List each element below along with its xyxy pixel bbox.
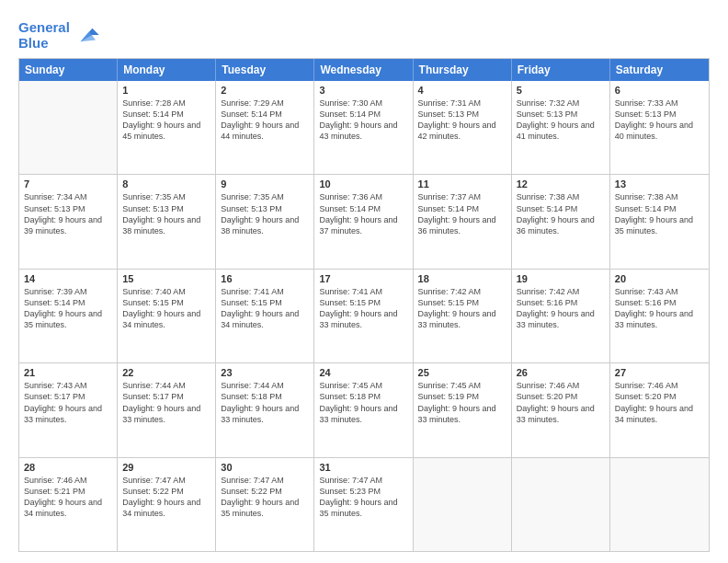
day-number: 31: [319, 462, 407, 473]
cell-info: Sunrise: 7:44 AMSunset: 5:17 PMDaylight:…: [122, 380, 210, 425]
calendar-cell: 4Sunrise: 7:31 AMSunset: 5:13 PMDaylight…: [414, 81, 512, 174]
cell-info: Sunrise: 7:43 AMSunset: 5:17 PMDaylight:…: [24, 380, 112, 425]
header-day-saturday: Saturday: [610, 59, 709, 81]
cell-info: Sunrise: 7:36 AMSunset: 5:14 PMDaylight:…: [319, 191, 407, 236]
day-number: 25: [418, 367, 506, 378]
cell-info: Sunrise: 7:29 AMSunset: 5:14 PMDaylight:…: [221, 98, 309, 143]
cell-info: Sunrise: 7:45 AMSunset: 5:18 PMDaylight:…: [319, 380, 407, 425]
cell-info: Sunrise: 7:39 AMSunset: 5:14 PMDaylight:…: [24, 286, 112, 331]
logo-icon: [74, 25, 99, 45]
day-number: 6: [615, 85, 704, 96]
calendar-cell: 5Sunrise: 7:32 AMSunset: 5:13 PMDaylight…: [512, 81, 610, 174]
calendar-cell: 25Sunrise: 7:45 AMSunset: 5:19 PMDayligh…: [414, 363, 512, 456]
calendar-row-2: 7Sunrise: 7:34 AMSunset: 5:13 PMDaylight…: [19, 175, 709, 269]
day-number: 23: [221, 367, 309, 378]
calendar-cell: 3Sunrise: 7:30 AMSunset: 5:14 PMDaylight…: [314, 81, 413, 174]
logo: General Blue: [18, 20, 99, 51]
cell-info: Sunrise: 7:41 AMSunset: 5:15 PMDaylight:…: [319, 286, 407, 331]
header: General Blue: [18, 17, 710, 51]
calendar-cell: 10Sunrise: 7:36 AMSunset: 5:14 PMDayligh…: [314, 175, 413, 268]
calendar-row-5: 28Sunrise: 7:46 AMSunset: 5:21 PMDayligh…: [19, 458, 709, 551]
day-number: 12: [517, 178, 605, 190]
header-day-sunday: Sunday: [19, 59, 118, 81]
calendar-cell: 27Sunrise: 7:46 AMSunset: 5:20 PMDayligh…: [610, 363, 709, 456]
calendar-cell: 7Sunrise: 7:34 AMSunset: 5:13 PMDaylight…: [19, 175, 118, 268]
cell-info: Sunrise: 7:45 AMSunset: 5:19 PMDaylight:…: [418, 380, 506, 425]
calendar-cell: 17Sunrise: 7:41 AMSunset: 5:15 PMDayligh…: [314, 270, 413, 362]
day-number: 1: [122, 85, 210, 96]
day-number: 11: [418, 178, 506, 190]
day-number: 2: [221, 85, 309, 96]
day-number: 22: [122, 367, 210, 378]
cell-info: Sunrise: 7:33 AMSunset: 5:13 PMDaylight:…: [615, 98, 704, 143]
day-number: 18: [418, 273, 506, 284]
calendar-cell: 8Sunrise: 7:35 AMSunset: 5:13 PMDaylight…: [118, 175, 216, 268]
calendar-cell: 23Sunrise: 7:44 AMSunset: 5:18 PMDayligh…: [216, 363, 314, 456]
day-number: 24: [319, 367, 407, 378]
cell-info: Sunrise: 7:35 AMSunset: 5:13 PMDaylight:…: [122, 191, 210, 236]
day-number: 30: [221, 462, 309, 473]
day-number: 5: [517, 85, 605, 96]
calendar-cell: 6Sunrise: 7:33 AMSunset: 5:13 PMDaylight…: [610, 81, 709, 174]
header-day-wednesday: Wednesday: [314, 59, 413, 81]
calendar-cell: 18Sunrise: 7:42 AMSunset: 5:15 PMDayligh…: [414, 270, 512, 362]
day-number: 17: [319, 273, 407, 284]
calendar-cell: 29Sunrise: 7:47 AMSunset: 5:22 PMDayligh…: [118, 458, 216, 551]
cell-info: Sunrise: 7:44 AMSunset: 5:18 PMDaylight:…: [221, 380, 309, 425]
day-number: 20: [615, 273, 704, 284]
calendar-cell: 2Sunrise: 7:29 AMSunset: 5:14 PMDaylight…: [216, 81, 314, 174]
cell-info: Sunrise: 7:46 AMSunset: 5:21 PMDaylight:…: [24, 475, 112, 520]
day-number: 28: [24, 462, 112, 473]
calendar-body: 1Sunrise: 7:28 AMSunset: 5:14 PMDaylight…: [19, 81, 709, 551]
day-number: 10: [319, 178, 407, 190]
day-number: 27: [615, 367, 704, 378]
cell-info: Sunrise: 7:43 AMSunset: 5:16 PMDaylight:…: [615, 286, 704, 331]
calendar-row-4: 21Sunrise: 7:43 AMSunset: 5:17 PMDayligh…: [19, 363, 709, 457]
calendar-row-3: 14Sunrise: 7:39 AMSunset: 5:14 PMDayligh…: [19, 270, 709, 363]
calendar-cell: 28Sunrise: 7:46 AMSunset: 5:21 PMDayligh…: [19, 458, 118, 551]
header-day-friday: Friday: [512, 59, 610, 81]
cell-info: Sunrise: 7:30 AMSunset: 5:14 PMDaylight:…: [319, 98, 407, 143]
calendar-cell: [610, 458, 709, 551]
cell-info: Sunrise: 7:46 AMSunset: 5:20 PMDaylight:…: [615, 380, 704, 425]
calendar-cell: 14Sunrise: 7:39 AMSunset: 5:14 PMDayligh…: [19, 270, 118, 362]
cell-info: Sunrise: 7:47 AMSunset: 5:22 PMDaylight:…: [122, 475, 210, 520]
cell-info: Sunrise: 7:47 AMSunset: 5:23 PMDaylight:…: [319, 475, 407, 520]
calendar-cell: 31Sunrise: 7:47 AMSunset: 5:23 PMDayligh…: [314, 458, 413, 551]
day-number: 4: [418, 85, 506, 96]
calendar-cell: 24Sunrise: 7:45 AMSunset: 5:18 PMDayligh…: [314, 363, 413, 456]
cell-info: Sunrise: 7:46 AMSunset: 5:20 PMDaylight:…: [517, 380, 605, 425]
day-number: 15: [122, 273, 210, 284]
calendar-cell: 26Sunrise: 7:46 AMSunset: 5:20 PMDayligh…: [512, 363, 610, 456]
calendar-cell: 20Sunrise: 7:43 AMSunset: 5:16 PMDayligh…: [610, 270, 709, 362]
day-number: 3: [319, 85, 407, 96]
day-number: 9: [221, 178, 309, 190]
calendar-cell: 1Sunrise: 7:28 AMSunset: 5:14 PMDaylight…: [118, 81, 216, 174]
calendar-cell: 22Sunrise: 7:44 AMSunset: 5:17 PMDayligh…: [118, 363, 216, 456]
day-number: 16: [221, 273, 309, 284]
calendar-cell: 11Sunrise: 7:37 AMSunset: 5:14 PMDayligh…: [414, 175, 512, 268]
cell-info: Sunrise: 7:34 AMSunset: 5:13 PMDaylight:…: [24, 191, 112, 236]
day-number: 19: [517, 273, 605, 284]
day-number: 26: [517, 367, 605, 378]
calendar-cell: [414, 458, 512, 551]
header-day-monday: Monday: [118, 59, 216, 81]
page: General Blue SundayMondayTuesdayWednesda…: [0, 0, 728, 563]
calendar-cell: 30Sunrise: 7:47 AMSunset: 5:22 PMDayligh…: [216, 458, 314, 551]
calendar-cell: 13Sunrise: 7:38 AMSunset: 5:14 PMDayligh…: [610, 175, 709, 268]
calendar-cell: 12Sunrise: 7:38 AMSunset: 5:14 PMDayligh…: [512, 175, 610, 268]
day-number: 7: [24, 178, 112, 190]
header-day-tuesday: Tuesday: [216, 59, 314, 81]
calendar-cell: 9Sunrise: 7:35 AMSunset: 5:13 PMDaylight…: [216, 175, 314, 268]
calendar-cell: 19Sunrise: 7:42 AMSunset: 5:16 PMDayligh…: [512, 270, 610, 362]
cell-info: Sunrise: 7:31 AMSunset: 5:13 PMDaylight:…: [418, 98, 506, 143]
header-day-thursday: Thursday: [414, 59, 512, 81]
logo-text: General Blue: [18, 20, 70, 51]
calendar-cell: 16Sunrise: 7:41 AMSunset: 5:15 PMDayligh…: [216, 270, 314, 362]
cell-info: Sunrise: 7:37 AMSunset: 5:14 PMDaylight:…: [418, 191, 506, 236]
calendar-cell: 15Sunrise: 7:40 AMSunset: 5:15 PMDayligh…: [118, 270, 216, 362]
cell-info: Sunrise: 7:47 AMSunset: 5:22 PMDaylight:…: [221, 475, 309, 520]
cell-info: Sunrise: 7:32 AMSunset: 5:13 PMDaylight:…: [517, 98, 605, 143]
cell-info: Sunrise: 7:42 AMSunset: 5:16 PMDaylight:…: [517, 286, 605, 331]
calendar-row-1: 1Sunrise: 7:28 AMSunset: 5:14 PMDaylight…: [19, 81, 709, 175]
